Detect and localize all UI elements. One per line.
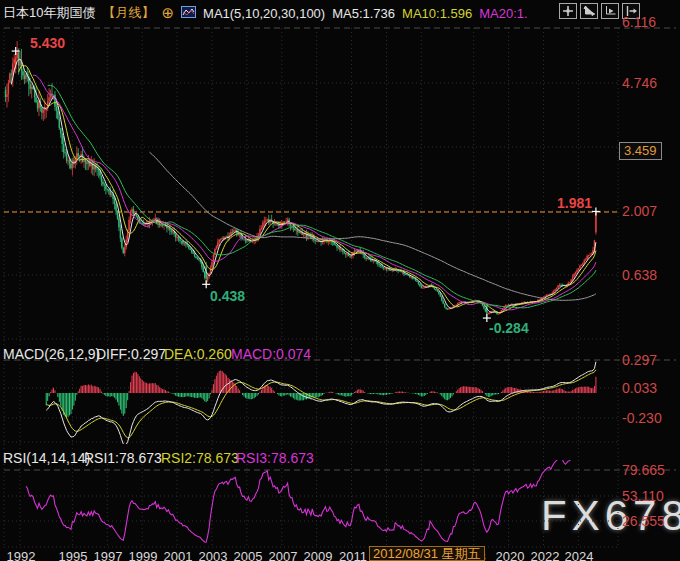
pan-icon[interactable]	[559, 3, 577, 19]
last-price-label: 1.981	[557, 196, 592, 211]
low-marker-label: -0.284	[489, 321, 529, 336]
x-axis-tick: 1999	[124, 549, 162, 561]
mini-chart-icon[interactable]	[181, 6, 196, 21]
macd-axis-tick: 0.297	[622, 353, 657, 368]
rsi-axis-tick: 53.110	[622, 489, 664, 504]
x-axis-tick: 1995	[54, 549, 92, 561]
high-marker-label: 5.430	[30, 36, 65, 51]
chart-application: FX678 日本10年期国债 【月线】 ⊕ MA1(5,10,20,30,100…	[0, 0, 680, 561]
x-axis-tick: 2003	[194, 549, 232, 561]
rsi1-value: RSI1:78.673	[84, 451, 162, 466]
price-axis-tick: 6.116	[622, 15, 656, 30]
price-axis-tick: 2.007	[622, 204, 657, 219]
x-axis-tick: 2020	[491, 549, 529, 561]
price-axis-tick: 4.746	[622, 76, 657, 91]
x-axis-tick: 2007	[264, 549, 302, 561]
ma10-value: MA10:1.596	[402, 6, 472, 21]
x-axis-tick: 2009	[299, 549, 337, 561]
macd-axis-tick: -0.230	[622, 411, 662, 426]
x-axis-tick: 2022	[526, 549, 564, 561]
ma5-value: MA5:1.736	[332, 6, 395, 21]
x-axis-tick: 2024	[560, 549, 598, 561]
axis-zoom-in-icon[interactable]	[580, 3, 598, 19]
candlestick-chart-canvas[interactable]	[0, 0, 680, 561]
price-axis-tick: 0.638	[622, 268, 657, 283]
timeframe-label[interactable]: 【月线】	[102, 4, 154, 22]
macd-dea-value: DEA:0.260	[164, 347, 232, 362]
x-axis-tick: 1992	[2, 549, 40, 561]
rsi-axis-tick: 26.555	[622, 514, 665, 529]
low-marker-label: 0.438	[210, 289, 245, 304]
circle-plus-icon[interactable]: ⊕	[161, 4, 174, 22]
macd-params-label: MACD(26,12,9)	[3, 347, 100, 362]
rsi3-value: RSI3:78.673	[236, 451, 314, 466]
ma-params-label: MA1(5,10,20,30,100)	[203, 6, 325, 21]
x-axis-tick: 1997	[89, 549, 127, 561]
x-axis-tick: 2005	[229, 549, 267, 561]
macd-value: MACD:0.074	[231, 347, 311, 362]
instrument-title: 日本10年期国债	[3, 4, 95, 22]
axis-zoom-out-icon[interactable]	[601, 3, 619, 19]
crosshair-price-flag: 3.459	[619, 142, 662, 160]
x-axis-tick: 2001	[159, 549, 197, 561]
rsi2-value: RSI2:78.673	[161, 451, 239, 466]
rsi-params-label: RSI(14,14,14)	[3, 451, 90, 466]
macd-axis-tick: 0.033	[622, 381, 657, 396]
macd-diff-value: DIFF:0.297	[96, 347, 166, 362]
rsi-axis-tick: 79.665	[622, 463, 665, 478]
chart-header: 日本10年期国债 【月线】 ⊕ MA1(5,10,20,30,100) MA5:…	[3, 4, 535, 22]
x-axis-tick: 2011	[334, 549, 372, 561]
ma20-value: MA20:1.	[479, 6, 527, 21]
crosshair-date-flag: 2012/08/31 星期五	[369, 546, 485, 561]
